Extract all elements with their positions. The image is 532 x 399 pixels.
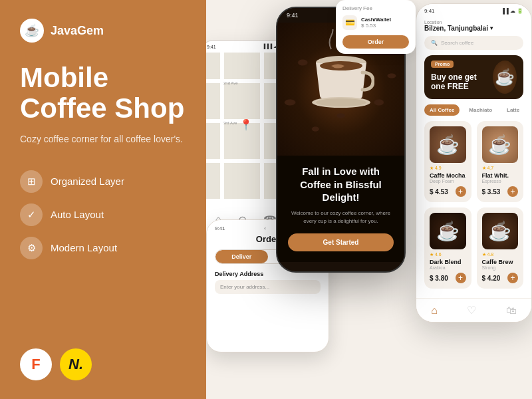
left-panel: ☕ JavaGem Mobile Coffee Shop Cozy coffee… (0, 0, 206, 399)
coffee-price-0: $ 4.53 (430, 188, 448, 196)
promo-text: Buy one get one FREE (431, 72, 493, 92)
auto-layout-icon: ✓ (20, 203, 43, 226)
order-time: 9:41 (215, 225, 225, 231)
map-road-v1 (220, 53, 224, 199)
nav-home-icon[interactable]: ⌂ (431, 305, 438, 317)
coffee-price-row-3: $ 4.20 + (482, 273, 519, 283)
add-coffee-2-button[interactable]: + (456, 273, 466, 283)
hero-content: Fall in Love with Coffee in Blissful Del… (277, 156, 404, 262)
badge-area: F N. (20, 348, 186, 380)
hero-title: Fall in Love with Coffee in Blissful Del… (288, 165, 394, 204)
coffee-price-3: $ 4.20 (482, 275, 501, 282)
coffee-grid: ☕ ★ 4.9 Caffe Mocha Deep Foam $ 4.53 + ☕… (416, 121, 531, 289)
coffee-name-3: Caffe Brew (482, 259, 519, 265)
notion-badge: N. (60, 348, 92, 380)
coffee-price-row-2: $ 3.80 + (430, 273, 466, 283)
feature-organized-layer-label: Organized Layer (51, 176, 124, 187)
modern-layout-icon: ⚙ (20, 237, 43, 259)
coffee-card-1: ☕ ★ 4.7 Flat Whit. Espresso $ 3.53 + (477, 121, 524, 202)
phone-right: 9:41 ▐▐ ☁ 🔋 Location Bilzen, Tanjungbala… (416, 3, 532, 323)
payment-method-row: 💳 Cash/Wallet $ 5.53 (342, 15, 409, 30)
coffee-img-dark1: ☕ (430, 213, 466, 249)
add-coffee-0-button[interactable]: + (456, 186, 466, 197)
coffee-price-row-1: $ 3.53 + (482, 186, 519, 197)
cash-info: Cash/Wallet $ 5.53 (361, 17, 409, 29)
payment-name: Cash/Wallet (361, 17, 409, 23)
nav-heart-icon[interactable]: ♡ (467, 304, 476, 317)
search-bar[interactable]: 🔍 Search coffee (424, 36, 523, 50)
get-started-button[interactable]: Get Started (288, 233, 394, 251)
nav-bag-icon[interactable]: 🛍 (506, 305, 517, 317)
right-status-bar: 9:41 ▐▐ ☁ 🔋 (416, 4, 531, 17)
coffee-rating-0: ★ 4.9 (430, 166, 466, 171)
add-coffee-3-button[interactable]: + (507, 273, 518, 283)
coffee-rating-2: ★ 4.6 (430, 252, 466, 257)
promo-content: Promo Buy one get one FREE (431, 63, 493, 92)
hero-subtitle: Welcome to our cozy coffee corner, where… (288, 209, 394, 225)
cash-icon: 💳 (342, 15, 357, 30)
search-icon: 🔍 (431, 40, 438, 46)
feature-auto-layout-label: Auto Layout (51, 209, 104, 220)
coffee-name-1: Flat Whit. (482, 172, 519, 179)
coffee-card-0: ☕ ★ 4.9 Caffe Mocha Deep Foam $ 4.53 + (424, 121, 471, 202)
bottom-nav: ⌂ ♡ 🛍 (416, 298, 531, 322)
coffee-type-3: Strong (482, 265, 519, 270)
map-label-2: 3rd Ave (223, 121, 237, 125)
order-tab-deliver[interactable]: Deliver (215, 250, 268, 263)
payment-amount: $ 5.53 (361, 23, 409, 29)
order-button[interactable]: Order (342, 35, 409, 49)
main-heading: Mobile Coffee Shop (20, 63, 186, 124)
logo-icon: ☕ (20, 19, 44, 43)
promo-badge: Promo (431, 61, 454, 68)
map-location-pin: 📍 (239, 118, 253, 131)
coffee-name-0: Caffe Mocha (430, 172, 466, 179)
coffee-price-2: $ 3.80 (430, 275, 448, 282)
sub-heading: Cozy coffee corner for all coffee lover'… (20, 133, 186, 146)
right-time: 9:41 (424, 8, 435, 14)
coffee-price-row-0: $ 4.53 + (430, 186, 466, 197)
location-label: Location (416, 17, 531, 25)
map-road-v2 (260, 53, 264, 199)
city-name: Bilzen, Tanjungbalai ▾ (416, 25, 531, 36)
svg-point-3 (316, 98, 366, 106)
delivery-fee-card: Delivery Fee 💳 Cash/Wallet $ 5.53 Order (336, 0, 416, 54)
figma-badge: F (20, 348, 52, 380)
promo-card: Promo Buy one get one FREE ☕ (424, 55, 523, 99)
search-placeholder: Search coffee (441, 40, 473, 46)
category-all-coffee[interactable]: All Coffee (424, 104, 460, 116)
brand-name: JavaGem (51, 24, 104, 38)
right-panel: 9:41 ▐▐▐ ☁ 🔋 2nd Ave 3rd Ave 📍 ⌂ ⊙ ☎ Del… (206, 0, 532, 399)
right-status-icons: ▐▐ ☁ 🔋 (501, 8, 523, 14)
category-machiato[interactable]: Machiato (464, 104, 497, 116)
coffee-rating-1: ★ 4.7 (482, 166, 519, 171)
coffee-img-mocha: ☕ (430, 126, 466, 163)
logo-symbol: ☕ (25, 23, 39, 38)
feature-modern-layout-label: Modern Layout (51, 242, 117, 253)
delivery-fee-label: Delivery Fee (342, 5, 409, 11)
feature-organized-layer: ⊞ Organized Layer (20, 170, 186, 193)
promo-image: ☕ (493, 61, 517, 94)
phone-main-content: Fall in Love with Coffee in Blissful Del… (277, 156, 404, 262)
coffee-card-3: ☕ ★ 4.8 Caffe Brew Strong $ 4.20 + (477, 207, 524, 289)
coffee-card-2: ☕ ★ 4.6 Dark Blend Arabica $ 3.80 + (424, 207, 471, 289)
logo-area: ☕ JavaGem (20, 19, 186, 43)
coffee-type-0: Deep Foam (430, 179, 466, 184)
chevron-down-icon: ▾ (490, 25, 493, 31)
organized-layer-icon: ⊞ (20, 170, 43, 193)
feature-auto-layout: ✓ Auto Layout (20, 203, 186, 226)
feature-modern-layout: ⚙ Modern Layout (20, 237, 186, 259)
coffee-price-1: $ 3.53 (482, 188, 501, 196)
category-tabs: All Coffee Machiato Latte (416, 104, 531, 121)
coffee-rating-3: ★ 4.8 (482, 252, 519, 257)
coffee-type-2: Arabica (430, 265, 466, 270)
category-latte[interactable]: Latte (501, 104, 525, 116)
delivery-address-input[interactable]: Enter your address... (215, 280, 321, 294)
coffee-type-1: Espresso (482, 179, 519, 184)
phone-main-time: 9:41 (287, 12, 299, 19)
coffee-name-2: Dark Blend (430, 259, 466, 265)
map-label-1: 2nd Ave (223, 81, 238, 85)
add-coffee-1-button[interactable]: + (507, 186, 518, 197)
coffee-img-dark2: ☕ (482, 213, 519, 249)
coffee-img-flat: ☕ (482, 126, 519, 163)
feature-list: ⊞ Organized Layer ✓ Auto Layout ⚙ Modern… (20, 170, 186, 259)
